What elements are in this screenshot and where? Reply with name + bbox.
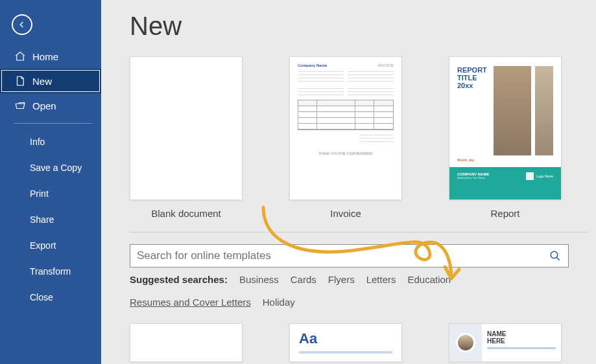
search-icon: [549, 250, 561, 262]
invoice-header: INVOICE: [377, 63, 394, 67]
template-results-row: Aa NAME HERE: [130, 323, 596, 362]
sidebar-item-export[interactable]: Export: [0, 233, 101, 258]
back-button[interactable]: [12, 14, 32, 35]
template-card-report[interactable]: REPORT TITLE 20xx Month, day COMPANY NAM…: [449, 56, 562, 219]
page-title: New: [130, 12, 596, 41]
report-logo: Logo Name: [526, 172, 553, 180]
suggested-link-letters[interactable]: Letters: [366, 274, 396, 285]
report-author: Authored by: Your Name: [457, 176, 489, 179]
template-card-result[interactable]: [130, 323, 243, 362]
suggested-searches: Suggested searches: Business Cards Flyer…: [130, 274, 569, 308]
folder-open-icon: [14, 100, 26, 111]
suggested-link-business[interactable]: Business: [239, 274, 279, 285]
search-button[interactable]: [542, 250, 568, 262]
report-image: [535, 66, 553, 155]
sidebar-item-print[interactable]: Print: [0, 181, 101, 207]
back-arrow-icon: [17, 19, 27, 30]
template-thumb: Company Name INVOICE: [289, 56, 402, 200]
search-input[interactable]: [130, 249, 542, 262]
sidebar-item-share[interactable]: Share: [0, 207, 101, 233]
resume-name-line: HERE: [487, 337, 556, 345]
suggested-label: Suggested searches:: [130, 274, 228, 285]
template-label: Invoice: [330, 208, 361, 219]
report-title2: 20xx: [457, 82, 490, 89]
template-card-blank-document[interactable]: Blank document: [130, 56, 243, 219]
sidebar-item-home[interactable]: Home: [0, 44, 101, 69]
template-card-result[interactable]: NAME HERE: [449, 323, 562, 362]
sidebar-item-label: Home: [32, 51, 58, 62]
search-box[interactable]: [130, 244, 569, 267]
template-thumb: REPORT TITLE 20xx Month, day COMPANY NAM…: [449, 56, 562, 200]
resume-photo-icon: [449, 324, 482, 361]
sidebar-separator: [14, 123, 92, 124]
template-thumb-text: Aa: [299, 330, 317, 347]
sidebar-item-open[interactable]: Open: [0, 93, 101, 118]
sidebar-item-save-a-copy[interactable]: Save a Copy: [0, 155, 101, 181]
sidebar-item-label: New: [32, 76, 52, 87]
template-thumb: [130, 56, 243, 200]
sidebar-item-info[interactable]: Info: [0, 129, 101, 155]
home-icon: [14, 51, 26, 62]
document-icon: [14, 75, 26, 87]
report-subhead: Month, day: [457, 158, 553, 162]
main-pane: New Blank document Company Name INVOICE: [101, 0, 596, 364]
template-label: Report: [490, 208, 519, 219]
svg-point-0: [551, 251, 558, 258]
template-card-result[interactable]: Aa: [289, 323, 402, 362]
resume-name-line: NAME: [487, 330, 556, 337]
sidebar-item-new[interactable]: New: [0, 69, 101, 93]
suggested-link-education[interactable]: Education: [408, 274, 451, 285]
suggested-link-flyers[interactable]: Flyers: [328, 274, 355, 285]
section-divider: [130, 232, 588, 233]
report-image: [494, 66, 531, 155]
invoice-brand: Company Name: [298, 63, 327, 67]
template-label: Blank document: [151, 208, 221, 219]
sidebar-item-transform[interactable]: Transform: [0, 258, 101, 284]
template-card-invoice[interactable]: Company Name INVOICE: [289, 56, 402, 219]
sidebar-item-close[interactable]: Close: [0, 284, 101, 310]
suggested-link-cards[interactable]: Cards: [291, 274, 316, 285]
sidebar-item-label: Open: [32, 100, 56, 111]
invoice-footer: THANK YOU FOR YOUR BUSINESS: [298, 152, 394, 155]
featured-templates-row: Blank document Company Name INVOICE: [130, 56, 596, 219]
template-search: Suggested searches: Business Cards Flyer…: [130, 244, 569, 308]
suggested-link-resumes-and-cover-letters[interactable]: Resumes and Cover Letters: [130, 297, 251, 308]
suggested-link-holiday[interactable]: Holiday: [263, 297, 295, 308]
backstage-sidebar: Home New Open Info Save a Copy Print Sha…: [0, 0, 101, 364]
report-title1: REPORT TITLE: [457, 66, 490, 82]
